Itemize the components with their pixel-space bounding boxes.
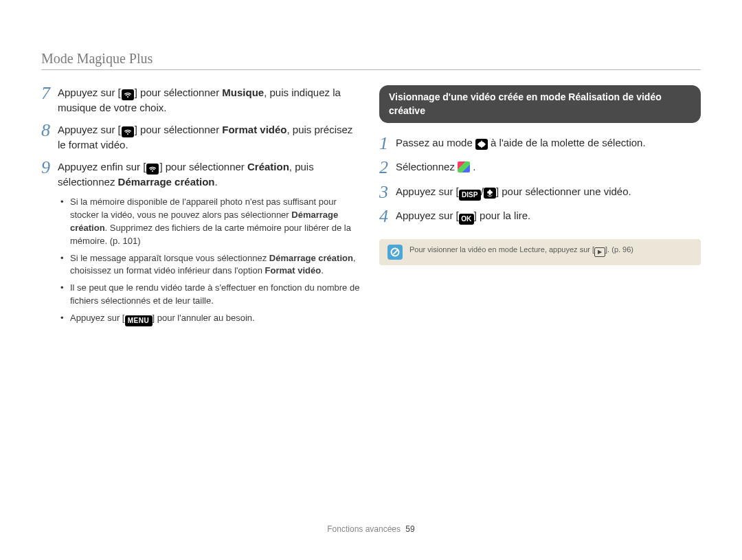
text: Appuyez sur [ [396, 186, 459, 197]
page-footer: Fonctions avancées 59 [0, 524, 742, 534]
text: . [214, 176, 217, 188]
step-body: Appuyez sur [DISP/] pour sélectionner un… [396, 184, 631, 201]
text: Appuyez sur [ [70, 313, 125, 323]
text: Appuyez sur [ [396, 210, 459, 221]
step-8: 8 Appuyez sur [] pour sélectionner Forma… [41, 122, 363, 153]
selection-target: Format vidéo [222, 124, 286, 135]
step-4: 4 Appuyez sur [OK] pour la lire. [379, 208, 701, 225]
text: . Supprimez des fichiers de la carte mém… [70, 223, 351, 246]
selection-target: Démarrage création [118, 176, 215, 188]
header-divider [41, 69, 701, 70]
text: ] pour la lire. [474, 210, 531, 221]
wifi-icon [122, 126, 134, 137]
note-text: Pour visionner la vidéo en mode Lecture,… [409, 245, 633, 257]
text: Il se peut que le rendu vidéo tarde à s'… [70, 282, 359, 306]
wifi-icon [146, 164, 159, 175]
bold: Démarrage création [269, 253, 353, 263]
ok-icon: OK [459, 214, 474, 225]
text: ] pour sélectionner [135, 124, 223, 135]
note-box: Pour visionner la vidéo en mode Lecture,… [379, 239, 701, 265]
macro-flower-icon [484, 188, 496, 199]
page-number: 59 [405, 524, 414, 534]
selection-target: Musique [222, 87, 264, 98]
bold: Format vidéo [265, 265, 322, 276]
list-item: Si le message apparaît lorsque vous séle… [60, 252, 363, 278]
step-2: 2 Sélectionnez . [379, 159, 701, 177]
text: ] pour l'annuler au besoin. [153, 313, 255, 323]
text: ] pour sélectionner [159, 161, 247, 172]
text: Si le message apparaît lorsque vous séle… [70, 253, 269, 263]
text: Passez au mode [396, 137, 475, 148]
text: Sélectionnez [396, 161, 458, 172]
step-body: Appuyez sur [OK] pour la lire. [396, 208, 530, 225]
step-number: 2 [379, 158, 396, 177]
text: Pour visionner la vidéo en mode Lecture,… [409, 245, 594, 254]
step-body: Appuyez sur [] pour sélectionner Format … [58, 122, 363, 153]
list-item: Appuyez sur [MENU] pour l'annuler au bes… [60, 312, 363, 326]
menu-icon: MENU [125, 315, 153, 326]
step-9: 9 Appuyez enfin sur [] pour sélectionner… [41, 159, 363, 190]
left-column: 7 Appuyez sur [] pour sélectionner Musiq… [41, 85, 363, 331]
step-number: 8 [41, 121, 58, 139]
disp-icon: DISP [459, 190, 481, 201]
creative-video-icon [458, 161, 470, 172]
selection-target: Création [247, 161, 289, 172]
step-body: Sélectionnez . [396, 159, 475, 175]
text: . [470, 161, 475, 172]
text: ] pour sélectionner [135, 87, 223, 98]
text: Appuyez sur [ [58, 124, 121, 135]
playback-icon: ▶ [594, 247, 605, 257]
step-1: 1 Passez au mode à l'aide de la molette … [379, 135, 701, 153]
content-columns: 7 Appuyez sur [] pour sélectionner Musiq… [41, 85, 701, 331]
step-number: 7 [41, 84, 58, 102]
text: ]. (p. 96) [605, 245, 633, 254]
step-number: 1 [379, 134, 396, 153]
list-item: Il se peut que le rendu vidéo tarde à s'… [60, 282, 363, 308]
step-3: 3 Appuyez sur [DISP/] pour sélectionner … [379, 184, 701, 201]
page-header: Mode Magique Plus [41, 51, 701, 67]
step-number: 9 [41, 158, 58, 177]
wifi-icon [122, 89, 134, 100]
footer-label: Fonctions avancées [327, 524, 401, 534]
step-body: Appuyez sur [] pour sélectionner Musique… [58, 85, 363, 115]
step-number: 4 [379, 207, 396, 225]
list-item: Si la mémoire disponible de l'appareil p… [60, 196, 363, 247]
text: à l'aide de la molette de sélection. [488, 137, 646, 148]
text: Appuyez enfin sur [ [58, 161, 146, 172]
note-info-icon [387, 245, 403, 260]
mode-dial-star-icon [475, 139, 488, 150]
text: ] pour sélectionner une vidéo. [496, 186, 631, 197]
text: . [321, 265, 324, 276]
step-body: Passez au mode à l'aide de la molette de… [396, 135, 646, 150]
text: Appuyez sur [ [58, 87, 121, 98]
section-heading: Visionnage d'une vidéo créée en mode Réa… [379, 85, 701, 123]
step-7: 7 Appuyez sur [] pour sélectionner Musiq… [41, 85, 363, 115]
step-number: 3 [379, 183, 396, 201]
right-column: Visionnage d'une vidéo créée en mode Réa… [379, 85, 701, 331]
notes-list: Si la mémoire disponible de l'appareil p… [60, 196, 363, 326]
step-body: Appuyez enfin sur [] pour sélectionner C… [58, 159, 363, 190]
